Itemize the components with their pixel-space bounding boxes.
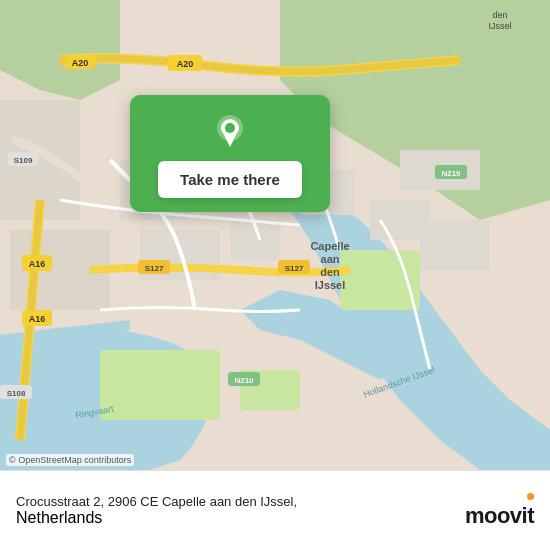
svg-text:S127: S127 [285, 264, 304, 273]
info-bar: Crocusstraat 2, 2906 CE Capelle aan den … [0, 470, 550, 550]
moovit-logo: moovit [465, 493, 534, 529]
svg-text:N210: N210 [234, 376, 254, 385]
svg-text:S127: S127 [145, 264, 164, 273]
svg-text:A16: A16 [29, 259, 46, 269]
moovit-dot-icon [527, 493, 534, 500]
svg-text:IJssel: IJssel [315, 279, 346, 291]
osm-attribution: © OpenStreetMap contributors [6, 454, 134, 466]
take-me-there-button[interactable]: Take me there [158, 161, 302, 198]
svg-text:IJssel: IJssel [488, 21, 511, 31]
moovit-logo-text: moovit [465, 503, 534, 529]
map-svg: A20 S109 A16 A16 S127 S127 S108 N219 N21… [0, 0, 550, 470]
svg-text:A20: A20 [177, 59, 194, 69]
svg-text:den: den [320, 266, 340, 278]
country-line: Netherlands [16, 509, 297, 527]
svg-point-49 [225, 123, 235, 133]
map-area: A20 S109 A16 A16 S127 S127 S108 N219 N21… [0, 0, 550, 470]
svg-text:S109: S109 [14, 156, 33, 165]
svg-text:S108: S108 [7, 389, 26, 398]
location-pin-icon [211, 113, 249, 151]
svg-text:A20: A20 [72, 58, 89, 68]
svg-marker-50 [224, 135, 236, 147]
popup-card: Take me there [130, 95, 330, 212]
address-block: Crocusstraat 2, 2906 CE Capelle aan den … [16, 494, 297, 527]
svg-text:den: den [492, 10, 507, 20]
svg-text:Capelle: Capelle [310, 240, 349, 252]
svg-text:A16: A16 [29, 314, 46, 324]
svg-text:N219: N219 [441, 169, 461, 178]
svg-rect-18 [420, 220, 490, 270]
address-line: Crocusstraat 2, 2906 CE Capelle aan den … [16, 494, 297, 509]
svg-text:aan: aan [321, 253, 340, 265]
svg-rect-7 [100, 350, 220, 420]
